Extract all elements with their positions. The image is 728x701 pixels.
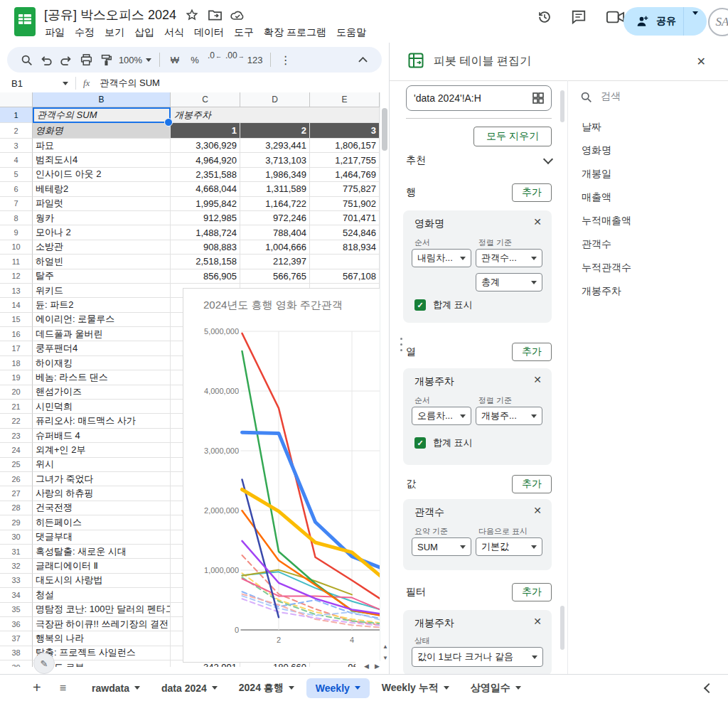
header-cell[interactable]: 3 xyxy=(310,123,380,139)
filter-status-select[interactable]: 값이 1보다 크거나 같음 xyxy=(412,647,543,667)
movie-name-cell[interactable]: 데드풀과 울버린 xyxy=(33,327,171,341)
movie-name-cell[interactable]: 댓글부대 xyxy=(33,530,171,545)
tab-scroll-left-icon[interactable] xyxy=(704,683,714,692)
share-button-main[interactable]: 공유 xyxy=(623,7,683,36)
row-number[interactable]: 22 xyxy=(0,414,33,428)
menu-item[interactable]: 데이터 xyxy=(189,24,229,41)
movie-name-cell[interactable]: 범죄도시4 xyxy=(33,153,171,167)
row-number[interactable]: 24 xyxy=(0,443,33,457)
sheet-tab[interactable]: Weekly xyxy=(306,678,370,698)
value-cell[interactable]: 3,713,103 xyxy=(240,153,310,167)
row-number[interactable]: 14 xyxy=(0,298,33,312)
column-header-e[interactable]: E xyxy=(310,92,380,107)
value-cell[interactable]: 1,004,666 xyxy=(240,240,310,255)
document-title[interactable]: [공유] 박스오피스 2024 xyxy=(44,6,176,23)
row-number[interactable]: 34 xyxy=(0,588,33,602)
movie-name-cell[interactable]: 슈퍼배드 4 xyxy=(33,429,171,443)
sheet-tab[interactable]: data 2024 xyxy=(152,678,227,698)
movie-name-cell[interactable]: 퓨리오사: 매드맥스 사가 xyxy=(33,414,171,428)
row-number[interactable]: 9 xyxy=(0,225,33,240)
row-number[interactable]: 11 xyxy=(0,255,33,269)
close-icon[interactable]: ✕ xyxy=(697,55,706,68)
pivot-field[interactable]: 매출액 xyxy=(582,186,728,209)
avatar[interactable]: SA xyxy=(708,8,728,36)
row-number[interactable]: 21 xyxy=(0,400,33,414)
movie-name-cell[interactable]: 파묘 xyxy=(33,139,171,153)
menu-item[interactable]: 파일 xyxy=(40,24,70,41)
percent-format-button[interactable]: % xyxy=(186,50,204,69)
name-box[interactable]: B1 xyxy=(0,78,63,89)
row-number[interactable]: 8 xyxy=(0,211,33,225)
value-cell[interactable]: 3,306,929 xyxy=(171,139,240,153)
row-number[interactable]: 5 xyxy=(0,168,33,182)
share-dropdown-caret[interactable] xyxy=(684,15,707,28)
search-icon[interactable] xyxy=(17,50,36,69)
row-number[interactable]: 4 xyxy=(0,153,33,167)
value-cell[interactable]: 1,806,157 xyxy=(310,139,380,153)
scroll-down-arrow[interactable]: ▼ xyxy=(382,655,388,661)
column-header-b[interactable]: B xyxy=(33,92,171,107)
scrollbar-thumb[interactable] xyxy=(382,108,387,151)
movie-name-cell[interactable]: 베놈: 라스트 댄스 xyxy=(33,370,171,385)
row-number[interactable]: 27 xyxy=(0,486,33,501)
menu-item[interactable]: 도구 xyxy=(229,24,259,41)
movie-name-cell[interactable]: 명탐정 코난: 100만 달러의 펜타그램 xyxy=(33,603,171,617)
row-number[interactable]: 2 xyxy=(0,123,33,139)
remove-icon[interactable]: ✕ xyxy=(533,505,542,516)
movie-name-cell[interactable]: 시민덕희 xyxy=(33,400,171,414)
version-history-icon[interactable] xyxy=(536,9,553,26)
movie-name-cell[interactable]: 사랑의 하츄핑 xyxy=(33,486,171,501)
value-cell[interactable]: 856,905 xyxy=(171,269,240,284)
row-number[interactable]: 7 xyxy=(0,197,33,211)
column-header-d[interactable]: D xyxy=(240,92,310,107)
row-number[interactable]: 29 xyxy=(0,515,33,530)
header-cell[interactable]: 2 xyxy=(240,123,310,139)
row-number[interactable]: 18 xyxy=(0,356,33,370)
add-values-button[interactable]: 추가 xyxy=(512,475,552,493)
tab-menu-caret[interactable] xyxy=(289,686,294,690)
movie-name-cell[interactable]: 대도시의 사랑법 xyxy=(33,574,171,588)
row-number[interactable]: 13 xyxy=(0,284,33,298)
tab-menu-caret[interactable] xyxy=(515,686,521,690)
row-number[interactable]: 37 xyxy=(0,631,33,646)
value-cell[interactable] xyxy=(310,255,380,269)
menu-item[interactable]: 삽입 xyxy=(129,24,159,41)
column-header-c[interactable]: C xyxy=(171,92,240,107)
add-filter-button[interactable]: 추가 xyxy=(512,583,552,601)
movie-name-cell[interactable]: 청설 xyxy=(33,588,171,602)
decrease-decimal-button[interactable]: .0← xyxy=(205,50,224,69)
movie-name-cell[interactable]: 베테랑2 xyxy=(33,182,171,196)
all-sheets-icon[interactable]: ≡ xyxy=(60,682,67,695)
sheet-tab[interactable]: rawdata xyxy=(82,678,149,698)
fill-handle[interactable] xyxy=(164,118,173,127)
tab-menu-caret[interactable] xyxy=(212,686,218,690)
row-number[interactable]: 6 xyxy=(0,182,33,196)
row-number[interactable]: 36 xyxy=(0,617,33,631)
remove-icon[interactable]: ✕ xyxy=(533,616,542,627)
row-number[interactable]: 32 xyxy=(0,559,33,573)
movie-name-cell[interactable]: 에이리언: 로물루스 xyxy=(33,313,171,327)
movie-name-cell[interactable]: 히든페이스 xyxy=(33,515,171,530)
movie-name-cell[interactable]: 쿵푸팬더4 xyxy=(33,341,171,355)
value-cell[interactable]: 566,765 xyxy=(240,269,310,284)
row-number[interactable]: 35 xyxy=(0,603,33,617)
sort-by-select[interactable]: 개봉주... xyxy=(476,407,542,425)
name-box-caret[interactable] xyxy=(63,82,68,85)
value-cell[interactable]: 3,293,441 xyxy=(240,139,310,153)
formula-input[interactable]: 관객수의 SUM xyxy=(100,77,160,90)
value-cell[interactable]: 1,311,589 xyxy=(240,182,310,196)
menu-item[interactable]: 서식 xyxy=(159,24,189,41)
movie-name-cell[interactable]: 탈주 xyxy=(33,269,171,284)
pivot-field[interactable]: 누적매출액 xyxy=(582,209,728,232)
movie-name-cell[interactable]: 인사이드 아웃 2 xyxy=(33,168,171,182)
row-number[interactable]: 30 xyxy=(0,530,33,545)
pivot-field[interactable]: 관객수 xyxy=(582,232,728,256)
value-cell[interactable]: 1,164,722 xyxy=(240,197,310,211)
sheets-logo-icon[interactable] xyxy=(14,7,36,36)
share-button[interactable]: 공유 xyxy=(623,7,707,36)
pivot-field[interactable]: 영화명 xyxy=(582,139,728,162)
movie-name-cell[interactable]: 행복의 나라 xyxy=(33,631,171,646)
tab-menu-caret[interactable] xyxy=(444,686,449,690)
value-cell[interactable]: 788,404 xyxy=(240,225,310,240)
movie-name-cell[interactable]: 위시 xyxy=(33,458,171,472)
